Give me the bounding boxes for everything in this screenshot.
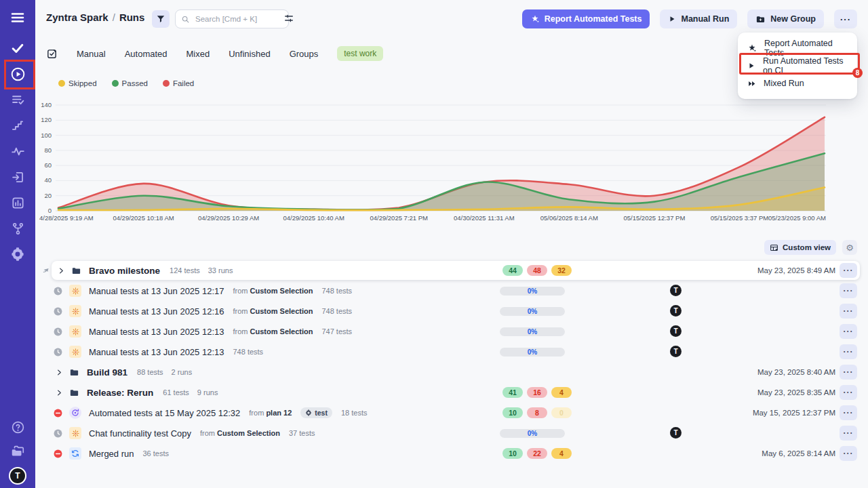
legend-dot — [163, 80, 170, 87]
assignee-avatar[interactable]: T — [670, 285, 682, 296]
report-automated-tests-button-label: Report Automated Tests — [545, 14, 642, 24]
sidebar-item-import[interactable] — [0, 164, 35, 190]
tab-groups[interactable]: Groups — [290, 49, 319, 59]
expand-chevron-icon[interactable] — [56, 369, 63, 376]
group-meta: 61 tests — [163, 388, 189, 396]
steps-icon — [11, 119, 24, 132]
tab-manual[interactable]: Manual — [77, 49, 106, 59]
row-menu-button[interactable]: ··· — [840, 426, 857, 441]
assignee-avatar[interactable]: T — [670, 305, 682, 317]
view-settings-button[interactable]: ⚙ — [842, 240, 857, 255]
tab-automated[interactable]: Automated — [125, 49, 167, 59]
svg-text:140: 140 — [41, 101, 52, 108]
sidebar-item-pulse[interactable] — [0, 138, 35, 164]
run-date: May 23, 2025 8:40 AM — [757, 368, 835, 376]
run-title[interactable]: Manual tests at 13 Jun 2025 12:16 — [89, 306, 224, 317]
tab-mixed[interactable]: Mixed — [186, 49, 210, 59]
search-settings-icon[interactable] — [283, 13, 294, 24]
sidebar-item-check[interactable] — [0, 35, 35, 61]
sidebar-item-analytics[interactable] — [0, 190, 35, 216]
row-menu-button[interactable]: ··· — [840, 263, 857, 278]
row-left: Manual tests at 13 Jun 2025 12:17from Cu… — [41, 281, 352, 301]
run-row[interactable]: Manual tests at 13 Jun 2025 12:13748 tes… — [41, 342, 860, 362]
badge-red: 22 — [527, 448, 547, 459]
run-title[interactable]: Manual tests at 13 Jun 2025 12:13 — [89, 347, 224, 357]
run-title[interactable]: Merged run — [89, 449, 134, 459]
sidebar-item-projects[interactable] — [0, 439, 35, 464]
logo-avatar: T — [9, 467, 26, 485]
group-meta: 9 runs — [197, 388, 218, 396]
sidebar-item-play-circle[interactable] — [0, 61, 35, 87]
run-tests-count: 37 tests — [289, 429, 315, 437]
sidebar-bottom: T — [0, 415, 35, 488]
run-row[interactable]: Manual tests at 13 Jun 2025 12:13from Cu… — [41, 321, 860, 342]
group-row[interactable]: Build 98188 tests2 runsMay 23, 2025 8:40… — [41, 362, 860, 382]
breadcrumb-project[interactable]: Zyntra Spark — [46, 12, 108, 23]
row-menu-button[interactable]: ··· — [840, 446, 857, 461]
row-menu-button[interactable]: ··· — [840, 385, 857, 400]
row-menu-button[interactable]: ··· — [840, 283, 857, 298]
header-actions: Report Automated TestsManual RunNew Grou… — [522, 9, 857, 28]
sidebar-item-list-check[interactable] — [0, 87, 35, 113]
runs-table: Bravo milestone124 tests33 runs444832May… — [41, 260, 860, 464]
search-input[interactable] — [194, 14, 271, 24]
run-title[interactable]: Manual tests at 13 Jun 2025 12:13 — [89, 327, 224, 337]
row-menu-button[interactable]: ··· — [840, 324, 857, 339]
sidebar-item-settings[interactable] — [0, 241, 35, 267]
run-date: May 23, 2025 8:35 AM — [757, 388, 835, 396]
manual-run-button[interactable]: Manual Run — [660, 9, 737, 28]
filter-tag-badge[interactable]: test work — [337, 46, 383, 61]
run-row[interactable]: Chat functinality test Copyfrom Custom S… — [41, 423, 860, 443]
tab-unfinished[interactable]: Unfinished — [229, 49, 270, 59]
hamburger-menu-button[interactable] — [0, 0, 35, 35]
badge-yellow: 32 — [551, 265, 572, 276]
filter-button[interactable] — [152, 10, 170, 28]
search-box[interactable] — [175, 9, 289, 28]
sidebar-item-branches[interactable] — [0, 216, 35, 241]
report-automated-tests-button[interactable]: Report Automated Tests — [522, 9, 650, 28]
group-title[interactable]: Release: Rerun — [87, 388, 153, 398]
sidebar-logo[interactable]: T — [0, 464, 35, 488]
group-row[interactable]: Bravo milestone124 tests33 runs444832May… — [41, 260, 860, 281]
assignee-avatar[interactable]: T — [670, 325, 682, 337]
group-meta: 124 tests — [170, 266, 200, 274]
menu-item[interactable]: Run Automated Tests on CI — [738, 57, 857, 75]
sidebar-item-steps[interactable] — [0, 113, 35, 138]
row-left: Bravo milestone124 tests33 runs — [41, 260, 233, 281]
sidebar-item-help[interactable] — [0, 415, 35, 439]
run-source: from plan 12 — [249, 409, 292, 417]
group-title[interactable]: Build 981 — [87, 367, 127, 378]
group-title[interactable]: Bravo milestone — [89, 266, 160, 276]
row-left: Manual tests at 13 Jun 2025 12:13from Cu… — [41, 321, 352, 342]
run-row[interactable]: Merged run36 tests10224May 6, 2025 8:14 … — [41, 443, 860, 464]
expand-chevron-icon[interactable] — [58, 267, 65, 274]
run-title[interactable]: Automated tests at 15 May 2025 12:32 — [89, 408, 240, 418]
row-menu-button[interactable]: ··· — [840, 365, 857, 380]
menu-item[interactable]: Mixed Run — [738, 75, 857, 92]
assignee-avatar[interactable]: T — [670, 346, 682, 357]
expand-chevron-icon[interactable] — [56, 389, 63, 396]
row-menu-button[interactable]: ··· — [840, 344, 857, 359]
more-actions-button[interactable]: ··· — [834, 9, 857, 28]
run-row[interactable]: Automated tests at 15 May 2025 12:32from… — [41, 403, 860, 423]
run-row[interactable]: Manual tests at 13 Jun 2025 12:16from Cu… — [41, 301, 860, 321]
progress-bar: 0% — [500, 307, 565, 316]
run-row[interactable]: Manual tests at 13 Jun 2025 12:17from Cu… — [41, 281, 860, 301]
progress-bar: 0% — [500, 287, 565, 296]
badge-green: 44 — [502, 265, 523, 276]
run-title[interactable]: Manual tests at 13 Jun 2025 12:17 — [89, 286, 224, 296]
group-row[interactable]: Release: Rerun61 tests9 runs41164May 23,… — [41, 382, 860, 403]
manual-run-icon — [69, 285, 81, 297]
row-menu-button[interactable]: ··· — [840, 304, 857, 319]
svg-text:4/28/2025 9:19 AM: 4/28/2025 9:19 AM — [39, 214, 94, 222]
run-tag-badge[interactable]: test — [300, 407, 332, 418]
menu-item[interactable]: Report Automated Tests — [738, 39, 857, 57]
select-runs-icon[interactable] — [46, 48, 58, 60]
svg-text:05/23/2025 9:00 AM: 05/23/2025 9:00 AM — [768, 214, 826, 222]
badge-green: 10 — [502, 407, 523, 418]
run-title[interactable]: Chat functinality test Copy — [89, 428, 191, 439]
custom-view-button[interactable]: Custom view — [764, 240, 836, 255]
new-group-button[interactable]: New Group — [747, 9, 824, 28]
assignee-avatar[interactable]: T — [670, 427, 682, 439]
row-menu-button[interactable]: ··· — [840, 405, 857, 420]
